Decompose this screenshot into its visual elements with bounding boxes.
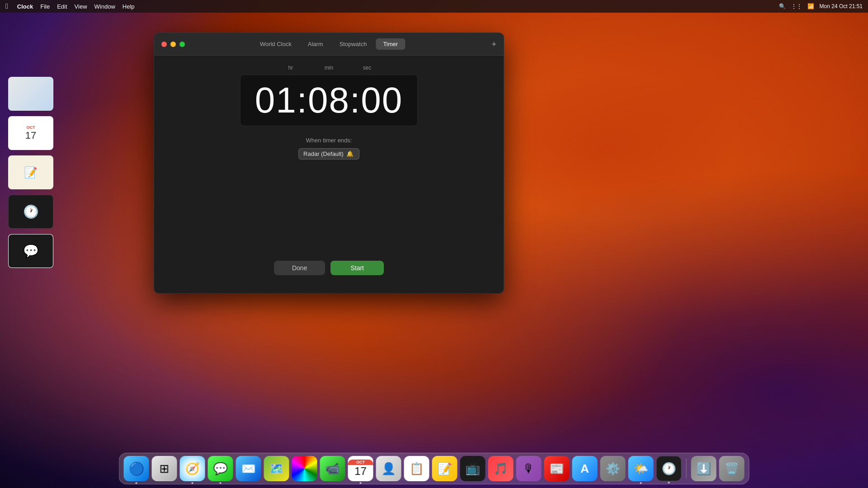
- dock-trash[interactable]: 🗑️: [719, 456, 745, 481]
- clock-window: World Clock Alarm Stopwatch Timer + hr m…: [154, 33, 504, 294]
- sound-selector[interactable]: Radar (Default) 🔔: [298, 148, 359, 160]
- menubar-app-name[interactable]: Clock: [17, 3, 33, 10]
- done-button[interactable]: Done: [274, 261, 325, 275]
- dock-news[interactable]: 📰: [544, 456, 570, 481]
- menubar:  Clock File Edit View Window Help 🔍 ⋮⋮ …: [0, 0, 868, 13]
- running-indicator: [360, 482, 362, 484]
- menubar-controlcenter-icon[interactable]: ⋮⋮: [791, 3, 802, 9]
- dock-weather[interactable]: 🌤️: [628, 456, 654, 481]
- menubar-wifi-icon[interactable]: 📶: [807, 3, 814, 9]
- dock-divider: [686, 459, 687, 479]
- dock-appletv[interactable]: 📺: [460, 456, 486, 481]
- dock-launchpad[interactable]: ⊞: [152, 456, 177, 481]
- menubar-help[interactable]: Help: [123, 3, 135, 10]
- thumbnail-messages[interactable]: 💬: [8, 234, 53, 268]
- apple-menu[interactable]: : [5, 2, 8, 10]
- dock-safari[interactable]: 🧭: [180, 456, 205, 481]
- menubar-datetime: Mon 24 Oct 21:51: [820, 3, 863, 9]
- thumbnail-clock[interactable]: 🕐: [8, 195, 53, 229]
- menubar-right: 🔍 ⋮⋮ 📶 Mon 24 Oct 21:51: [779, 3, 863, 9]
- dock-finder[interactable]: 🔵: [124, 456, 149, 481]
- dock-messages[interactable]: 💬: [208, 456, 233, 481]
- sound-name: Radar (Default): [303, 150, 344, 157]
- minimize-button[interactable]: [170, 42, 176, 47]
- dock-contacts[interactable]: 👤: [376, 456, 401, 481]
- dock-facetime[interactable]: 📹: [320, 456, 345, 481]
- timer-content: hr min sec 01:08:00 When timer ends: Rad…: [154, 56, 504, 293]
- menubar-view[interactable]: View: [75, 3, 87, 10]
- dock-notes[interactable]: 📝: [432, 456, 458, 481]
- traffic-lights: [161, 42, 185, 47]
- menubar-window[interactable]: Window: [94, 3, 115, 10]
- dock-music[interactable]: 🎵: [488, 456, 514, 481]
- running-indicator: [668, 482, 670, 483]
- dock-maps[interactable]: 🗺️: [264, 456, 289, 481]
- menubar-edit[interactable]: Edit: [57, 3, 67, 10]
- dock-calendar[interactable]: OCT 17: [348, 456, 373, 481]
- menubar-search-icon[interactable]: 🔍: [779, 3, 786, 9]
- menubar-left:  Clock File Edit View Window Help: [5, 2, 135, 10]
- timer-buttons: Done Start: [274, 261, 384, 275]
- running-indicator: [136, 482, 137, 484]
- dock-clock[interactable]: 🕐: [656, 456, 682, 481]
- tab-timer[interactable]: Timer: [376, 38, 405, 50]
- window-tabs: World Clock Alarm Stopwatch Timer: [253, 38, 405, 50]
- timer-display-box[interactable]: 01:08:00: [240, 75, 418, 126]
- when-timer-ends-label: When timer ends:: [306, 137, 352, 144]
- dock-mail[interactable]: ✉️: [236, 456, 261, 481]
- add-tab-button[interactable]: +: [491, 40, 496, 48]
- window-titlebar: World Clock Alarm Stopwatch Timer +: [154, 33, 504, 56]
- dock-syspreferences[interactable]: ⚙️: [600, 456, 626, 481]
- running-indicator: [192, 482, 193, 484]
- dock-appstore[interactable]: A: [572, 456, 598, 481]
- dock-photos[interactable]: [292, 456, 317, 481]
- close-button[interactable]: [161, 42, 167, 47]
- timer-unit-labels: hr min sec: [259, 65, 399, 71]
- mission-control-thumbnails: OCT 17 📝 🕐 💬: [8, 77, 53, 268]
- hours-label: hr: [272, 65, 310, 71]
- timer-display: 01:08:00: [255, 82, 403, 118]
- thumbnail-safari[interactable]: [8, 77, 53, 111]
- dock-podcasts[interactable]: 🎙: [516, 456, 542, 481]
- dock: 🔵 ⊞ 🧭 💬 ✉️ 🗺️ 📹 OCT 17 👤: [119, 453, 750, 484]
- start-button[interactable]: Start: [330, 261, 384, 275]
- running-indicator: [220, 482, 222, 484]
- dock-reminders[interactable]: 📋: [404, 456, 429, 481]
- sound-emoji-icon: 🔔: [346, 150, 354, 157]
- maximize-button[interactable]: [179, 42, 185, 47]
- menubar-file[interactable]: File: [40, 3, 50, 10]
- minutes-label: min: [310, 65, 348, 71]
- tab-alarm[interactable]: Alarm: [301, 38, 330, 50]
- seconds-label: sec: [348, 65, 387, 71]
- tab-stopwatch[interactable]: Stopwatch: [332, 38, 374, 50]
- thumbnail-notes[interactable]: 📝: [8, 155, 53, 189]
- tab-world-clock[interactable]: World Clock: [253, 38, 299, 50]
- dock-airdrop[interactable]: ⬇️: [691, 456, 717, 481]
- thumbnail-calendar[interactable]: OCT 17: [8, 116, 53, 150]
- running-indicator: [640, 482, 642, 484]
